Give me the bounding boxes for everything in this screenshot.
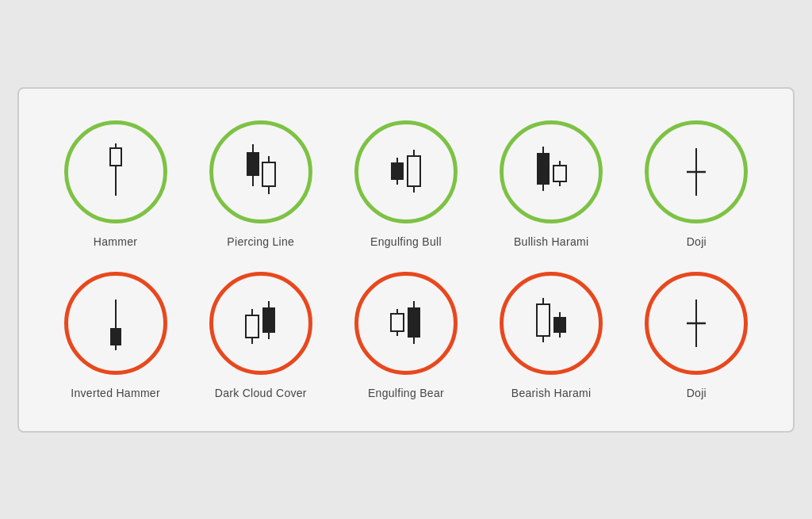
circle-engulfing-bear [354, 272, 458, 375]
label-inverted-hammer: Inverted Hammer [71, 387, 160, 399]
svg-rect-4 [247, 152, 259, 176]
bearish-row: Inverted Hammer Dark Cloud Cover [43, 272, 769, 399]
label-dark-cloud-cover: Dark Cloud Cover [215, 387, 307, 399]
pattern-doji-bear: Doji [633, 272, 760, 399]
svg-rect-30 [262, 307, 275, 333]
circle-bearish-harami [500, 272, 603, 375]
svg-rect-16 [537, 153, 550, 185]
pattern-bullish-harami: Bullish Harami [488, 120, 615, 248]
circle-doji-bull [645, 120, 748, 223]
svg-rect-13 [408, 156, 420, 186]
pattern-engulfing-bull: Engulfing Bull [343, 120, 469, 248]
svg-rect-0 [110, 148, 121, 166]
svg-rect-24 [110, 328, 121, 345]
svg-rect-36 [408, 307, 420, 338]
svg-rect-27 [246, 315, 259, 338]
label-bearish-harami: Bearish Harami [511, 387, 592, 399]
pattern-piercing-line: Piercing Line [197, 120, 324, 248]
label-engulfing-bear: Engulfing Bear [368, 387, 444, 399]
svg-rect-42 [553, 317, 566, 333]
circle-bullish-harami [500, 120, 603, 223]
circle-engulfing-bull [354, 120, 458, 223]
circle-inverted-hammer [64, 272, 167, 375]
svg-rect-33 [391, 314, 404, 331]
circle-piercing-line [209, 120, 312, 223]
svg-rect-39 [537, 304, 550, 336]
pattern-dark-cloud-cover: Dark Cloud Cover [197, 272, 324, 399]
label-doji-bull: Doji [687, 235, 707, 248]
svg-rect-7 [262, 162, 275, 186]
main-card: Hammer Piercing Line [17, 87, 795, 433]
svg-rect-10 [391, 162, 404, 180]
pattern-bearish-harami: Bearish Harami [488, 272, 615, 399]
circle-dark-cloud-cover [209, 272, 312, 375]
label-hammer: Hammer [94, 235, 137, 248]
pattern-engulfing-bear: Engulfing Bear [343, 272, 469, 399]
label-engulfing-bull: Engulfing Bull [370, 235, 442, 248]
pattern-doji-bull: Doji [633, 120, 760, 248]
circle-hammer [64, 120, 167, 223]
label-bullish-harami: Bullish Harami [514, 235, 588, 248]
label-doji-bear: Doji [687, 387, 707, 399]
pattern-hammer: Hammer [52, 120, 179, 248]
pattern-inverted-hammer: Inverted Hammer [52, 272, 179, 399]
label-piercing-line: Piercing Line [227, 235, 294, 248]
svg-rect-19 [553, 166, 566, 181]
bullish-row: Hammer Piercing Line [43, 120, 769, 248]
circle-doji-bear [645, 272, 748, 375]
